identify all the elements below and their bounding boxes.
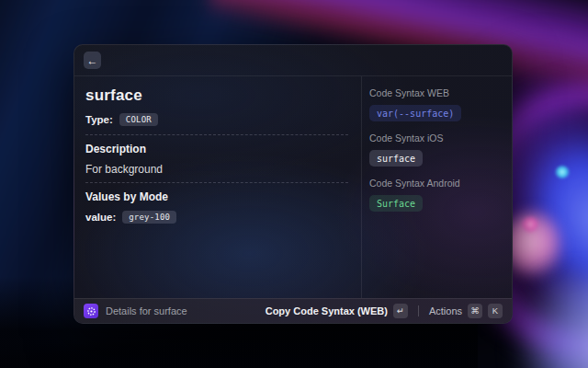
type-row: Type: COLOR: [85, 113, 348, 126]
divider: [85, 182, 348, 183]
command-key-icon: ⌘: [468, 304, 482, 318]
actions-label: Actions: [429, 305, 462, 316]
description-heading: Description: [85, 143, 348, 155]
copy-code-syntax-label: Copy Code Syntax (WEB): [266, 305, 388, 316]
value-label: value:: [85, 212, 116, 223]
footer-divider: [418, 305, 419, 316]
metadata-item: Code Syntax Android Surface: [369, 178, 503, 223]
window-body: surface Type: COLOR Description For back…: [74, 76, 512, 298]
code-syntax-ios-badge: surface: [369, 150, 423, 167]
type-badge: COLOR: [119, 113, 158, 126]
actions-menu-button[interactable]: Actions ⌘ K: [429, 304, 503, 318]
wallpaper-periwinkle-glow: [501, 276, 588, 368]
copy-code-syntax-button[interactable]: Copy Code Syntax (WEB) ↵: [266, 304, 408, 318]
enter-key-icon: ↵: [393, 304, 408, 318]
description-text: For background: [85, 163, 348, 176]
code-syntax-android-badge: Surface: [369, 195, 423, 212]
k-key-icon: K: [488, 304, 503, 318]
wallpaper-cyan-dot: [555, 166, 570, 178]
metadata-panel: Code Syntax WEB var(--surface) Code Synt…: [362, 76, 512, 298]
status-text: Details for surface: [106, 305, 187, 316]
metadata-item: Code Syntax WEB var(--surface): [369, 87, 503, 132]
target-icon: [86, 306, 96, 316]
metadata-label: Code Syntax iOS: [369, 132, 503, 144]
code-syntax-web-badge: var(--surface): [369, 105, 461, 121]
metadata-item: Code Syntax iOS surface: [369, 132, 503, 178]
extension-target-icon: [84, 304, 98, 318]
back-button[interactable]: ←: [84, 52, 101, 69]
metadata-label: Code Syntax Android: [369, 178, 503, 189]
divider: [85, 134, 348, 135]
back-arrow-icon: ←: [87, 55, 98, 66]
value-row: value: grey-100: [85, 211, 348, 224]
type-label: Type:: [85, 114, 113, 125]
wallpaper-magenta-dot: [522, 217, 538, 232]
metadata-label: Code Syntax WEB: [369, 87, 503, 98]
values-by-mode-heading: Values by Mode: [85, 190, 348, 203]
window-header: ←: [74, 45, 512, 76]
value-badge: grey-100: [122, 211, 176, 224]
raycast-detail-window: ← surface Type: COLOR Description For ba…: [74, 44, 513, 324]
page-title: surface: [85, 86, 348, 105]
action-bar: Details for surface Copy Code Syntax (WE…: [74, 298, 512, 323]
detail-main-column: surface Type: COLOR Description For back…: [74, 76, 361, 298]
